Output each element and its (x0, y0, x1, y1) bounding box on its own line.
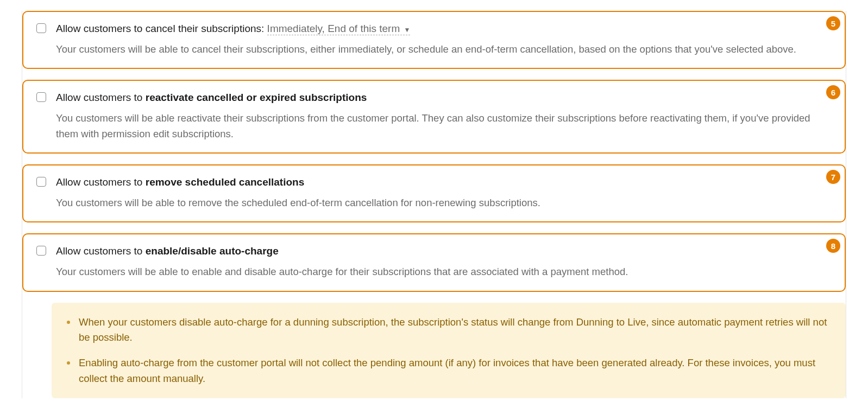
title-bold: reactivate cancelled or expired subscrip… (146, 92, 367, 103)
title-prefix: Allow customers to (56, 176, 146, 188)
annotation-badge: 7 (826, 170, 840, 184)
option-description: You customers will be able to remove the… (56, 195, 832, 211)
title-prefix: Allow customers to cancel their subscrip… (56, 23, 267, 34)
option-remove-scheduled-cancellations: 7 Allow customers to remove scheduled ca… (22, 164, 846, 222)
option-cancel-subscriptions: 5 Allow customers to cancel their subscr… (22, 11, 846, 69)
annotation-badge: 5 (826, 16, 840, 30)
title-bold: enable/disable auto-charge (146, 245, 279, 257)
option-title: Allow customers to enable/disable auto-c… (56, 244, 832, 259)
title-prefix: Allow customers to (56, 92, 146, 103)
checkbox-cancel-subscriptions[interactable] (36, 23, 46, 33)
option-title: Allow customers to reactivate cancelled … (56, 91, 832, 105)
cancel-timing-dropdown[interactable]: Immediately, End of this term ▼ (267, 23, 411, 35)
annotation-badge: 8 (826, 239, 840, 253)
checkbox-auto-charge[interactable] (36, 246, 46, 256)
auto-charge-info-box: When your customers disable auto-charge … (52, 303, 846, 399)
option-description: Your customers will be able to cancel th… (56, 42, 832, 58)
info-note: When your customers disable auto-charge … (67, 315, 831, 346)
option-description: Your customers will be able to enable an… (56, 264, 832, 280)
chevron-down-icon: ▼ (404, 26, 411, 34)
title-bold: remove scheduled cancellations (146, 176, 305, 188)
info-note: Enabling auto-charge from the customer p… (67, 355, 831, 386)
checkbox-reactivate-subscriptions[interactable] (36, 92, 46, 102)
checkbox-remove-scheduled-cancellations[interactable] (36, 177, 46, 187)
option-description: You customers will be able reactivate th… (56, 111, 832, 142)
title-prefix: Allow customers to (56, 245, 146, 257)
annotation-badge: 6 (826, 85, 840, 99)
option-reactivate-subscriptions: 6 Allow customers to reactivate cancelle… (22, 80, 846, 154)
settings-panel: 5 Allow customers to cancel their subscr… (22, 11, 846, 398)
option-title: Allow customers to remove scheduled canc… (56, 175, 832, 190)
option-title: Allow customers to cancel their subscrip… (56, 22, 832, 36)
option-auto-charge: 8 Allow customers to enable/disable auto… (22, 233, 846, 291)
